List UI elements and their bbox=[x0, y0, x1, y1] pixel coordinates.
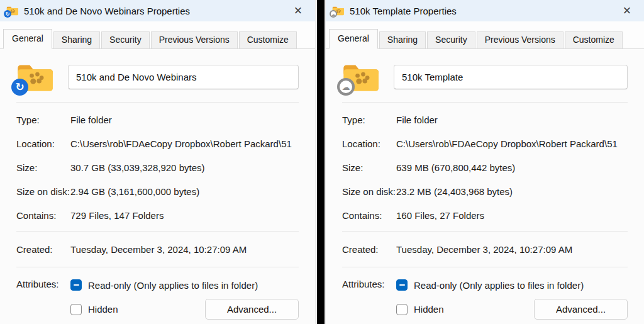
property-value: 160 Files, 27 Folders bbox=[396, 210, 628, 221]
row-size-on-disk: Size on disk: 2.94 GB (3,161,600,000 byt… bbox=[16, 179, 299, 203]
property-label: Created: bbox=[342, 244, 396, 255]
row-location: Location: C:\Users\rob\FDAeCopy Dropbox\… bbox=[16, 131, 299, 155]
advanced-button[interactable]: Advanced... bbox=[205, 299, 299, 320]
properties-list: Type: File folder Location: C:\Users\rob… bbox=[16, 108, 299, 227]
separator bbox=[16, 102, 299, 103]
property-label: Attributes: bbox=[16, 276, 70, 289]
titlebar: ☁ 510k Template Properties × bbox=[326, 0, 644, 21]
general-tab-panel: ↻ Type: File folder Location: C:\Users\r… bbox=[0, 49, 315, 324]
close-button[interactable]: × bbox=[619, 3, 635, 19]
separator bbox=[342, 267, 628, 267]
property-label: Size: bbox=[16, 162, 70, 173]
property-value: File folder bbox=[396, 115, 628, 125]
attributes-hidden-row: Hidden Advanced... bbox=[16, 299, 299, 320]
properties-dialog-template: ☁ 510k Template Properties × General Sha… bbox=[325, 0, 644, 324]
properties-list: Type: File folder Location: C:\Users\rob… bbox=[342, 108, 628, 227]
row-contains: Contains: 160 Files, 27 Folders bbox=[342, 203, 628, 227]
property-value: 30.7 GB (33,039,328,920 bytes) bbox=[70, 162, 299, 173]
close-icon: × bbox=[623, 3, 631, 18]
indeterminate-dash-icon bbox=[399, 284, 405, 286]
property-label: Location: bbox=[342, 138, 396, 149]
folder-sync-icon-large: ↻ bbox=[16, 62, 53, 92]
cloud-badge-icon: ☁ bbox=[330, 10, 337, 18]
readonly-label: Read-only (Only applies to files in fold… bbox=[414, 280, 584, 291]
property-value: C:\Users\rob\FDAeCopy Dropbox\Robert Pac… bbox=[70, 138, 299, 149]
folder-sync-icon: ↻ bbox=[6, 6, 18, 16]
row-size: Size: 639 MB (670,800,442 bytes) bbox=[342, 155, 628, 179]
tab-previous-versions[interactable]: Previous Versions bbox=[477, 31, 564, 48]
attributes-section: Attributes: Read-only (Only applies to f… bbox=[16, 276, 299, 320]
row-created: Created: Tuesday, December 3, 2024, 10:2… bbox=[342, 232, 628, 267]
row-size: Size: 30.7 GB (33,039,328,920 bytes) bbox=[16, 155, 299, 179]
property-value: 23.2 MB (24,403,968 bytes) bbox=[396, 186, 628, 197]
tab-security[interactable]: Security bbox=[101, 31, 150, 48]
folder-identity-row: ↻ bbox=[16, 62, 299, 92]
property-value: C:\Users\rob\FDAeCopy Dropbox\Robert Pac… bbox=[396, 138, 628, 149]
hidden-label: Hidden bbox=[414, 304, 444, 315]
desktop-background: ↻ 510k and De Novo Webinars Properties ×… bbox=[0, 0, 644, 324]
hidden-checkbox[interactable] bbox=[396, 304, 408, 315]
attributes-readonly-row: Attributes: Read-only (Only applies to f… bbox=[342, 276, 628, 294]
close-button[interactable]: × bbox=[290, 3, 306, 19]
row-size-on-disk: Size on disk: 23.2 MB (24,403,968 bytes) bbox=[342, 179, 628, 203]
property-label: Size: bbox=[342, 162, 396, 173]
tab-general[interactable]: General bbox=[329, 29, 378, 49]
tab-sharing[interactable]: Sharing bbox=[379, 31, 426, 48]
tab-customize[interactable]: Customize bbox=[565, 31, 623, 48]
property-value: Tuesday, December 3, 2024, 10:27:09 AM bbox=[396, 244, 628, 255]
row-type: Type: File folder bbox=[16, 108, 299, 131]
property-label: Size on disk: bbox=[342, 186, 396, 197]
property-label: Location: bbox=[16, 138, 70, 149]
hidden-label: Hidden bbox=[88, 304, 118, 315]
property-value: File folder bbox=[70, 115, 299, 125]
folder-name-input[interactable] bbox=[68, 65, 299, 89]
row-contains: Contains: 729 Files, 147 Folders bbox=[16, 203, 299, 227]
tab-customize[interactable]: Customize bbox=[239, 31, 297, 48]
window-title: 510k Template Properties bbox=[350, 6, 457, 16]
property-value: Tuesday, December 3, 2024, 10:27:09 AM bbox=[70, 244, 299, 255]
properties-dialog-webinars: ↻ 510k and De Novo Webinars Properties ×… bbox=[0, 0, 317, 324]
tab-general[interactable]: General bbox=[3, 29, 52, 49]
property-value: 729 Files, 147 Folders bbox=[70, 210, 299, 221]
property-value: 2.94 GB (3,161,600,000 bytes) bbox=[70, 186, 299, 197]
window-title: 510k and De Novo Webinars Properties bbox=[24, 6, 190, 16]
row-created: Created: Tuesday, December 3, 2024, 10:2… bbox=[16, 232, 299, 267]
separator bbox=[342, 102, 628, 103]
attributes-readonly-row: Attributes: Read-only (Only applies to f… bbox=[16, 276, 299, 294]
tab-strip: General Sharing Security Previous Versio… bbox=[0, 21, 315, 49]
folder-identity-row: ☁ bbox=[342, 62, 628, 92]
property-label: Type: bbox=[16, 115, 70, 125]
property-value: 639 MB (670,800,442 bytes) bbox=[396, 162, 628, 173]
general-tab-panel: ☁ Type: File folder Location: C:\Users\r… bbox=[326, 49, 644, 324]
property-label: Size on disk: bbox=[16, 186, 70, 197]
readonly-label: Read-only (Only applies to files in fold… bbox=[88, 280, 258, 291]
tab-sharing[interactable]: Sharing bbox=[53, 31, 100, 48]
tab-security[interactable]: Security bbox=[427, 31, 475, 48]
hidden-checkbox[interactable] bbox=[70, 304, 82, 315]
folder-cloud-icon: ☁ bbox=[332, 6, 344, 16]
cloud-badge-icon: ☁ bbox=[337, 78, 355, 96]
readonly-checkbox[interactable] bbox=[396, 279, 408, 291]
titlebar: ↻ 510k and De Novo Webinars Properties × bbox=[0, 0, 315, 21]
property-label: Contains: bbox=[16, 210, 70, 221]
separator bbox=[16, 267, 299, 267]
attributes-section: Attributes: Read-only (Only applies to f… bbox=[342, 276, 628, 320]
property-label: Type: bbox=[342, 115, 396, 125]
row-type: Type: File folder bbox=[342, 108, 628, 131]
close-icon: × bbox=[294, 3, 303, 18]
folder-name-input[interactable] bbox=[394, 65, 628, 89]
property-label: Contains: bbox=[342, 210, 396, 221]
sync-badge-icon: ↻ bbox=[11, 79, 28, 96]
tab-previous-versions[interactable]: Previous Versions bbox=[151, 31, 238, 48]
tab-strip: General Sharing Security Previous Versio… bbox=[326, 21, 644, 49]
property-label: Created: bbox=[16, 244, 70, 255]
advanced-button[interactable]: Advanced... bbox=[534, 299, 628, 320]
property-label: Attributes: bbox=[342, 276, 396, 289]
readonly-checkbox[interactable] bbox=[70, 279, 82, 291]
row-location: Location: C:\Users\rob\FDAeCopy Dropbox\… bbox=[342, 131, 628, 155]
folder-cloud-icon-large: ☁ bbox=[342, 62, 379, 92]
indeterminate-dash-icon bbox=[74, 284, 79, 286]
sync-badge-icon: ↻ bbox=[4, 10, 11, 18]
attributes-hidden-row: Hidden Advanced... bbox=[342, 299, 628, 320]
